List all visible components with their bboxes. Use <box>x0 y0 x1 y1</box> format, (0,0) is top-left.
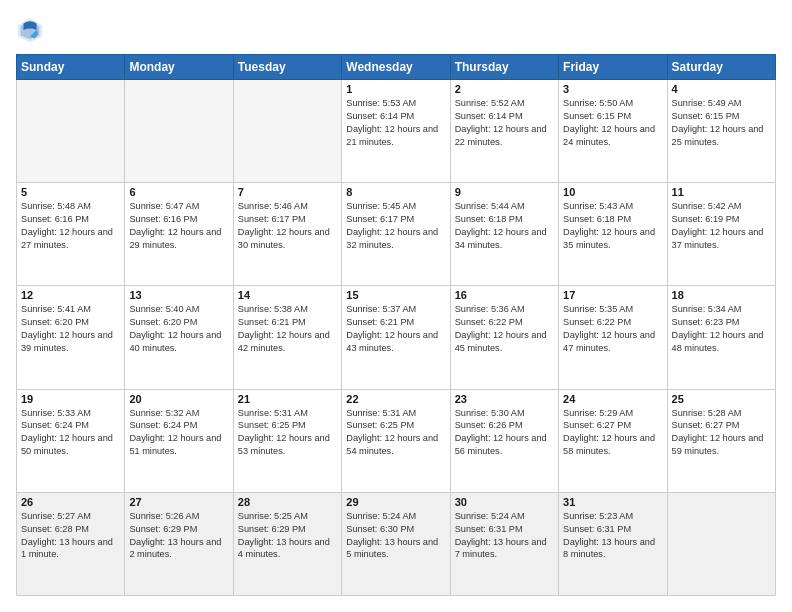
cell-sun-info: Sunrise: 5:43 AMSunset: 6:18 PMDaylight:… <box>563 200 662 252</box>
cell-sun-info: Sunrise: 5:38 AMSunset: 6:21 PMDaylight:… <box>238 303 337 355</box>
calendar-cell: 31Sunrise: 5:23 AMSunset: 6:31 PMDayligh… <box>559 492 667 595</box>
calendar-cell: 12Sunrise: 5:41 AMSunset: 6:20 PMDayligh… <box>17 286 125 389</box>
cell-sun-info: Sunrise: 5:49 AMSunset: 6:15 PMDaylight:… <box>672 97 771 149</box>
calendar-cell: 28Sunrise: 5:25 AMSunset: 6:29 PMDayligh… <box>233 492 341 595</box>
day-number: 17 <box>563 289 662 301</box>
weekday-header: Wednesday <box>342 55 450 80</box>
day-number: 9 <box>455 186 554 198</box>
cell-sun-info: Sunrise: 5:23 AMSunset: 6:31 PMDaylight:… <box>563 510 662 562</box>
cell-sun-info: Sunrise: 5:33 AMSunset: 6:24 PMDaylight:… <box>21 407 120 459</box>
calendar-cell: 9Sunrise: 5:44 AMSunset: 6:18 PMDaylight… <box>450 183 558 286</box>
logo <box>16 16 46 44</box>
calendar-cell: 5Sunrise: 5:48 AMSunset: 6:16 PMDaylight… <box>17 183 125 286</box>
calendar-week-row: 5Sunrise: 5:48 AMSunset: 6:16 PMDaylight… <box>17 183 776 286</box>
cell-sun-info: Sunrise: 5:28 AMSunset: 6:27 PMDaylight:… <box>672 407 771 459</box>
calendar-week-row: 26Sunrise: 5:27 AMSunset: 6:28 PMDayligh… <box>17 492 776 595</box>
calendar-cell: 22Sunrise: 5:31 AMSunset: 6:25 PMDayligh… <box>342 389 450 492</box>
day-number: 28 <box>238 496 337 508</box>
day-number: 30 <box>455 496 554 508</box>
header <box>16 16 776 44</box>
calendar-cell: 13Sunrise: 5:40 AMSunset: 6:20 PMDayligh… <box>125 286 233 389</box>
calendar-cell: 25Sunrise: 5:28 AMSunset: 6:27 PMDayligh… <box>667 389 775 492</box>
cell-sun-info: Sunrise: 5:36 AMSunset: 6:22 PMDaylight:… <box>455 303 554 355</box>
cell-sun-info: Sunrise: 5:32 AMSunset: 6:24 PMDaylight:… <box>129 407 228 459</box>
day-number: 20 <box>129 393 228 405</box>
calendar-cell: 17Sunrise: 5:35 AMSunset: 6:22 PMDayligh… <box>559 286 667 389</box>
calendar-cell: 10Sunrise: 5:43 AMSunset: 6:18 PMDayligh… <box>559 183 667 286</box>
calendar-cell: 11Sunrise: 5:42 AMSunset: 6:19 PMDayligh… <box>667 183 775 286</box>
calendar-cell: 2Sunrise: 5:52 AMSunset: 6:14 PMDaylight… <box>450 80 558 183</box>
day-number: 5 <box>21 186 120 198</box>
day-number: 12 <box>21 289 120 301</box>
cell-sun-info: Sunrise: 5:42 AMSunset: 6:19 PMDaylight:… <box>672 200 771 252</box>
weekday-header: Friday <box>559 55 667 80</box>
cell-sun-info: Sunrise: 5:44 AMSunset: 6:18 PMDaylight:… <box>455 200 554 252</box>
calendar-cell: 7Sunrise: 5:46 AMSunset: 6:17 PMDaylight… <box>233 183 341 286</box>
cell-sun-info: Sunrise: 5:31 AMSunset: 6:25 PMDaylight:… <box>238 407 337 459</box>
cell-sun-info: Sunrise: 5:45 AMSunset: 6:17 PMDaylight:… <box>346 200 445 252</box>
cell-sun-info: Sunrise: 5:40 AMSunset: 6:20 PMDaylight:… <box>129 303 228 355</box>
calendar-cell: 27Sunrise: 5:26 AMSunset: 6:29 PMDayligh… <box>125 492 233 595</box>
day-number: 16 <box>455 289 554 301</box>
calendar-week-row: 1Sunrise: 5:53 AMSunset: 6:14 PMDaylight… <box>17 80 776 183</box>
day-number: 26 <box>21 496 120 508</box>
cell-sun-info: Sunrise: 5:24 AMSunset: 6:30 PMDaylight:… <box>346 510 445 562</box>
day-number: 23 <box>455 393 554 405</box>
cell-sun-info: Sunrise: 5:24 AMSunset: 6:31 PMDaylight:… <box>455 510 554 562</box>
calendar-cell: 20Sunrise: 5:32 AMSunset: 6:24 PMDayligh… <box>125 389 233 492</box>
calendar-cell: 29Sunrise: 5:24 AMSunset: 6:30 PMDayligh… <box>342 492 450 595</box>
cell-sun-info: Sunrise: 5:35 AMSunset: 6:22 PMDaylight:… <box>563 303 662 355</box>
day-number: 18 <box>672 289 771 301</box>
calendar-cell: 6Sunrise: 5:47 AMSunset: 6:16 PMDaylight… <box>125 183 233 286</box>
page: SundayMondayTuesdayWednesdayThursdayFrid… <box>0 0 792 612</box>
calendar-header-row: SundayMondayTuesdayWednesdayThursdayFrid… <box>17 55 776 80</box>
cell-sun-info: Sunrise: 5:37 AMSunset: 6:21 PMDaylight:… <box>346 303 445 355</box>
cell-sun-info: Sunrise: 5:31 AMSunset: 6:25 PMDaylight:… <box>346 407 445 459</box>
cell-sun-info: Sunrise: 5:47 AMSunset: 6:16 PMDaylight:… <box>129 200 228 252</box>
calendar-cell: 24Sunrise: 5:29 AMSunset: 6:27 PMDayligh… <box>559 389 667 492</box>
calendar-cell: 15Sunrise: 5:37 AMSunset: 6:21 PMDayligh… <box>342 286 450 389</box>
day-number: 29 <box>346 496 445 508</box>
weekday-header: Monday <box>125 55 233 80</box>
cell-sun-info: Sunrise: 5:29 AMSunset: 6:27 PMDaylight:… <box>563 407 662 459</box>
day-number: 6 <box>129 186 228 198</box>
weekday-header: Tuesday <box>233 55 341 80</box>
day-number: 7 <box>238 186 337 198</box>
cell-sun-info: Sunrise: 5:50 AMSunset: 6:15 PMDaylight:… <box>563 97 662 149</box>
day-number: 19 <box>21 393 120 405</box>
cell-sun-info: Sunrise: 5:46 AMSunset: 6:17 PMDaylight:… <box>238 200 337 252</box>
calendar-cell: 3Sunrise: 5:50 AMSunset: 6:15 PMDaylight… <box>559 80 667 183</box>
weekday-header: Saturday <box>667 55 775 80</box>
cell-sun-info: Sunrise: 5:41 AMSunset: 6:20 PMDaylight:… <box>21 303 120 355</box>
day-number: 3 <box>563 83 662 95</box>
cell-sun-info: Sunrise: 5:34 AMSunset: 6:23 PMDaylight:… <box>672 303 771 355</box>
day-number: 21 <box>238 393 337 405</box>
day-number: 1 <box>346 83 445 95</box>
day-number: 24 <box>563 393 662 405</box>
day-number: 14 <box>238 289 337 301</box>
logo-icon <box>16 16 44 44</box>
cell-sun-info: Sunrise: 5:53 AMSunset: 6:14 PMDaylight:… <box>346 97 445 149</box>
calendar-cell: 14Sunrise: 5:38 AMSunset: 6:21 PMDayligh… <box>233 286 341 389</box>
day-number: 2 <box>455 83 554 95</box>
calendar-cell <box>125 80 233 183</box>
calendar-week-row: 19Sunrise: 5:33 AMSunset: 6:24 PMDayligh… <box>17 389 776 492</box>
cell-sun-info: Sunrise: 5:25 AMSunset: 6:29 PMDaylight:… <box>238 510 337 562</box>
day-number: 25 <box>672 393 771 405</box>
day-number: 13 <box>129 289 228 301</box>
cell-sun-info: Sunrise: 5:48 AMSunset: 6:16 PMDaylight:… <box>21 200 120 252</box>
calendar-cell <box>233 80 341 183</box>
day-number: 15 <box>346 289 445 301</box>
weekday-header: Sunday <box>17 55 125 80</box>
calendar-cell: 8Sunrise: 5:45 AMSunset: 6:17 PMDaylight… <box>342 183 450 286</box>
calendar-cell: 16Sunrise: 5:36 AMSunset: 6:22 PMDayligh… <box>450 286 558 389</box>
calendar-cell: 26Sunrise: 5:27 AMSunset: 6:28 PMDayligh… <box>17 492 125 595</box>
day-number: 31 <box>563 496 662 508</box>
calendar-cell <box>17 80 125 183</box>
calendar-cell: 4Sunrise: 5:49 AMSunset: 6:15 PMDaylight… <box>667 80 775 183</box>
calendar-cell: 1Sunrise: 5:53 AMSunset: 6:14 PMDaylight… <box>342 80 450 183</box>
day-number: 8 <box>346 186 445 198</box>
calendar-cell: 23Sunrise: 5:30 AMSunset: 6:26 PMDayligh… <box>450 389 558 492</box>
calendar-cell <box>667 492 775 595</box>
calendar-cell: 21Sunrise: 5:31 AMSunset: 6:25 PMDayligh… <box>233 389 341 492</box>
